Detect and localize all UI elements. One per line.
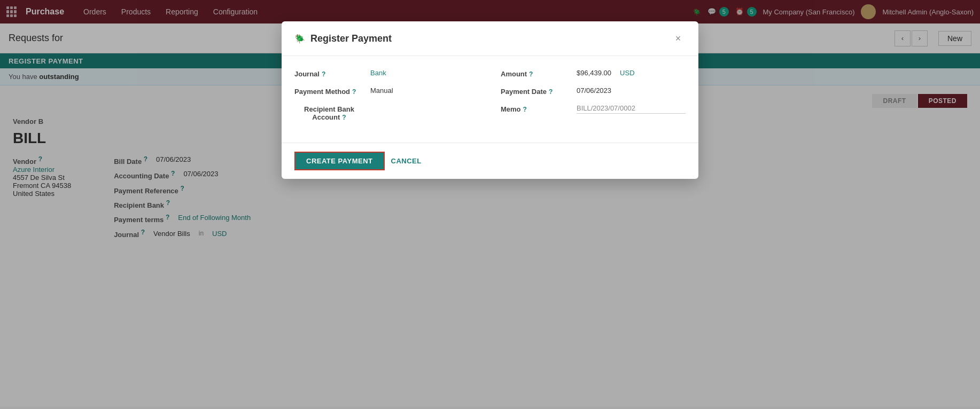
journal-label: Journal ? bbox=[294, 69, 364, 78]
create-payment-button[interactable]: CREATE PAYMENT bbox=[294, 152, 385, 170]
amount-value[interactable]: $96,439.00 USD bbox=[577, 69, 686, 77]
memo-value[interactable]: BILL/2023/07/0002 bbox=[577, 104, 686, 114]
recipient-bank-field-row: Recipient Bank Account ? bbox=[294, 104, 479, 121]
register-payment-modal: 🪲 Register Payment × Journal ? Bank bbox=[282, 21, 698, 179]
payment-method-field-row: Payment Method ? Manual bbox=[294, 86, 479, 96]
modal-close-button[interactable]: × bbox=[671, 31, 686, 46]
modal-header: 🪲 Register Payment × bbox=[282, 21, 698, 56]
recipient-bank-help-icon: ? bbox=[342, 114, 346, 121]
amount-help-icon: ? bbox=[529, 70, 533, 78]
modal-overlay: 🪲 Register Payment × Journal ? Bank bbox=[0, 0, 980, 409]
amount-field-row: Amount ? $96,439.00 USD bbox=[501, 69, 686, 78]
memo-help-icon: ? bbox=[523, 106, 527, 113]
modal-grid: Journal ? Bank Payment Method ? Manual bbox=[294, 69, 686, 130]
payment-date-label: Payment Date ? bbox=[501, 86, 570, 96]
payment-date-help-icon: ? bbox=[549, 88, 553, 96]
modal-body: Journal ? Bank Payment Method ? Manual bbox=[282, 56, 698, 143]
payment-method-help-icon: ? bbox=[352, 88, 356, 96]
modal-bug-icon: 🪲 bbox=[294, 34, 305, 44]
payment-method-value[interactable]: Manual bbox=[370, 86, 479, 95]
journal-help-icon: ? bbox=[322, 70, 325, 78]
modal-title: Register Payment bbox=[310, 33, 665, 44]
modal-footer: CREATE PAYMENT CANCEL bbox=[282, 143, 698, 179]
journal-value[interactable]: Bank bbox=[370, 69, 479, 77]
payment-date-value[interactable]: 07/06/2023 bbox=[577, 86, 686, 95]
modal-left-col: Journal ? Bank Payment Method ? Manual bbox=[294, 69, 479, 130]
payment-method-label: Payment Method ? bbox=[294, 86, 364, 96]
payment-date-field-row: Payment Date ? 07/06/2023 bbox=[501, 86, 686, 96]
recipient-bank-label: Recipient Bank Account ? bbox=[294, 104, 364, 121]
journal-field-row: Journal ? Bank bbox=[294, 69, 479, 78]
memo-label: Memo ? bbox=[501, 104, 570, 113]
memo-field-row: Memo ? BILL/2023/07/0002 bbox=[501, 104, 686, 114]
amount-label: Amount ? bbox=[501, 69, 570, 78]
modal-right-col: Amount ? $96,439.00 USD Payment Date ? bbox=[501, 69, 686, 130]
cancel-button[interactable]: CANCEL bbox=[391, 157, 422, 165]
